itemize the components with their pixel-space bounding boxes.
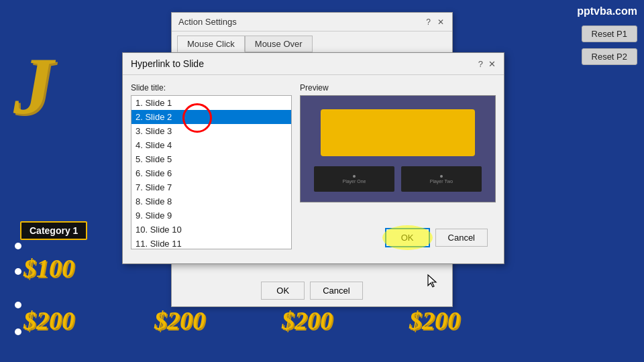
- hyperlink-body: Slide title: 1. Slide 1 2. Slide 2 3. Sl…: [123, 75, 504, 263]
- slide-item-6[interactable]: 6. Slide 6: [131, 166, 291, 180]
- tab-mouse-over[interactable]: Mouse Over: [245, 36, 313, 52]
- preview-box: Player One Player Two: [300, 95, 496, 202]
- hyperlink-help-icon[interactable]: ?: [478, 59, 483, 69]
- dollar-200-4: $200: [409, 306, 460, 335]
- dot-1: [15, 243, 21, 249]
- hyperlink-cancel-button[interactable]: Cancel: [435, 229, 488, 247]
- slide-title-label: Slide title:: [131, 83, 292, 93]
- dot-4: [15, 328, 21, 335]
- slide-item-8[interactable]: 8. Slide 8: [131, 194, 291, 208]
- preview-label: Preview: [300, 83, 496, 93]
- slide-item-3[interactable]: 3. Slide 3: [131, 124, 291, 138]
- slide-item-11[interactable]: 11. Slide 11: [131, 237, 291, 249]
- slide-item-4[interactable]: 4. Slide 4: [131, 138, 291, 152]
- action-settings-footer: OK Cancel: [172, 275, 452, 306]
- preview-panel-text-1: Player One: [342, 179, 366, 184]
- action-settings-ok-button[interactable]: OK: [261, 282, 305, 300]
- preview-panel-text-2: Player Two: [430, 179, 453, 184]
- brand-label: pptvba.com: [577, 5, 637, 17]
- slide-item-5[interactable]: 5. Slide 5: [131, 152, 291, 166]
- hyperlink-to-slide-dialog: Hyperlink to Slide ? ✕ Slide title: 1. S…: [122, 52, 504, 264]
- reset-p1-button[interactable]: Reset P1: [582, 25, 637, 42]
- slide-item-1[interactable]: 1. Slide 1: [131, 96, 291, 110]
- action-settings-help[interactable]: ?: [425, 17, 432, 27]
- hyperlink-title: Hyperlink to Slide: [131, 58, 204, 69]
- action-settings-titlebar: Action Settings ? ✕: [172, 13, 452, 32]
- dot-3: [15, 302, 21, 308]
- game-title-letter: J: [13, 40, 54, 133]
- dollar-100: $100: [23, 253, 74, 283]
- hyperlink-inner-footer: OK Cancel: [300, 228, 496, 255]
- action-settings-title: Action Settings: [178, 17, 237, 27]
- preview-bottom-panels: Player One Player Two: [314, 166, 482, 192]
- category-label: Category 1: [20, 221, 87, 240]
- dollar-200-1: $200: [23, 306, 74, 335]
- preview-panel-1: Player One: [314, 166, 394, 192]
- slide-listbox[interactable]: 1. Slide 1 2. Slide 2 3. Slide 3 4. Slid…: [131, 95, 292, 249]
- hyperlink-close-icon[interactable]: ✕: [488, 59, 496, 69]
- action-settings-cancel-button[interactable]: Cancel: [310, 282, 362, 300]
- action-settings-close[interactable]: ✕: [436, 17, 445, 27]
- slide-item-7[interactable]: 7. Slide 7: [131, 180, 291, 194]
- slide-item-2[interactable]: 2. Slide 2: [131, 110, 291, 124]
- slide-item-9[interactable]: 9. Slide 9: [131, 208, 291, 223]
- hyperlink-ok-button[interactable]: OK: [385, 228, 430, 247]
- hyperlink-titlebar: Hyperlink to Slide ? ✕: [123, 53, 504, 75]
- reset-p2-button[interactable]: Reset P2: [582, 48, 637, 65]
- preview-panel-dot-2: [440, 175, 443, 178]
- action-settings-tabs: Mouse Click Mouse Over: [172, 32, 452, 52]
- action-settings-controls: ? ✕: [425, 17, 445, 27]
- dot-2: [15, 268, 21, 275]
- slide-item-10[interactable]: 10. Slide 10: [131, 223, 291, 237]
- preview-panel-2: Player Two: [401, 166, 482, 192]
- dollar-200-3: $200: [282, 306, 333, 335]
- tab-mouse-click[interactable]: Mouse Click: [177, 36, 245, 52]
- dollar-200-2: $200: [154, 306, 205, 335]
- preview-panel-dot-1: [353, 175, 356, 178]
- slide-list-section: Slide title: 1. Slide 1 2. Slide 2 3. Sl…: [131, 83, 292, 255]
- preview-section: Preview Player One Player Two OK C: [300, 83, 496, 255]
- preview-yellow-rect: [321, 109, 475, 156]
- hyperlink-controls: ? ✕: [478, 59, 496, 69]
